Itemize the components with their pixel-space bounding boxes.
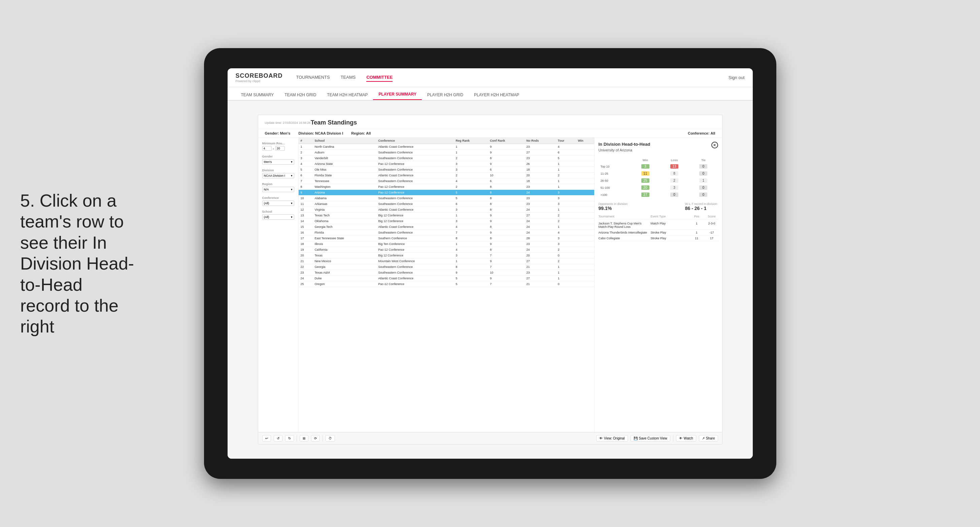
min-rounds-max-input[interactable]: [275, 146, 285, 151]
logo-text: SCOREBOARD: [235, 72, 283, 79]
table-row[interactable]: 16 Florida Southeastern Conference 7 9 2…: [299, 230, 594, 236]
cell-conference: Atlantic Coast Conference: [376, 207, 453, 213]
table-row[interactable]: 5 Ole Miss Southeastern Conference 3 6 1…: [299, 167, 594, 173]
h2h-win: 11: [631, 170, 660, 177]
filter-region: Region: All: [351, 131, 371, 135]
table-row[interactable]: 13 Texas Tech Big 12 Conference 1 9 27 2: [299, 213, 594, 218]
h2h-col-range: [598, 157, 631, 163]
table-row[interactable]: 10 Alabama Southeastern Conference 5 8 2…: [299, 195, 594, 201]
table-row[interactable]: 23 Texas A&M Southeastern Conference 9 1…: [299, 270, 594, 276]
watch-button[interactable]: 👁 Watch: [676, 435, 696, 441]
forward-button[interactable]: ↻: [285, 435, 294, 441]
table-row[interactable]: 9 Arizona Pac-12 Conference 5 8 24 3: [299, 190, 594, 195]
cell-reg-rank: 2: [453, 173, 488, 178]
table-row[interactable]: 25 Oregon Pac-12 Conference 5 7 21 0: [299, 281, 594, 287]
table-row[interactable]: 6 Florida State Atlantic Coast Conferenc…: [299, 173, 594, 178]
cell-no-rnds: 23: [525, 241, 556, 247]
school-filter-control[interactable]: (All) ▾: [262, 214, 294, 220]
stats-row: Opponents in division: 99.1% W-L-T recor…: [598, 202, 718, 211]
gender-filter-control[interactable]: Men's ▾: [262, 159, 294, 165]
subnav-team-summary[interactable]: TEAM SUMMARY: [235, 90, 279, 100]
rotate-button[interactable]: ⟳: [311, 435, 320, 441]
cell-no-rnds: 23: [525, 201, 556, 207]
cell-rank: 3: [299, 156, 313, 161]
cell-win: [576, 259, 594, 264]
save-custom-button[interactable]: 💾 Save Custom View: [630, 435, 670, 441]
cell-tour: 1: [556, 167, 576, 173]
table-row[interactable]: 20 Texas Big 12 Conference 3 7 20 0: [299, 253, 594, 259]
record-stat: W-L-T record in-division: 86 - 26 - 1: [685, 202, 718, 211]
cell-reg-rank: 5: [453, 281, 488, 287]
cell-rank: 7: [299, 178, 313, 184]
clock-button[interactable]: ⏱: [326, 435, 335, 441]
table-row[interactable]: 21 New Mexico Mountain West Conference 1…: [299, 259, 594, 264]
h2h-col-tie: Tie: [689, 157, 718, 163]
table-row[interactable]: 4 Arizona State Pac-12 Conference 3 9 26…: [299, 161, 594, 167]
table-row[interactable]: 24 Duke Atlantic Coast Conference 5 9 27…: [299, 276, 594, 281]
cell-no-rnds: 24: [525, 230, 556, 236]
cell-school: Virginia: [312, 207, 376, 213]
cell-school: Tennessee: [312, 178, 376, 184]
table-row[interactable]: 8 Washington Pac-12 Conference 2 8 23 1: [299, 184, 594, 190]
table-row[interactable]: 12 Virginia Atlantic Coast Conference 3 …: [299, 207, 594, 213]
share-button[interactable]: ↗ Share: [699, 435, 718, 441]
table-row[interactable]: 22 Georgia Southeastern Conference 8 7 2…: [299, 264, 594, 270]
table-row[interactable]: 14 Oklahoma Big 12 Conference 3 9 24 2: [299, 218, 594, 224]
tournament-type: Stroke Play: [651, 231, 688, 234]
subnav-player-h2h-heatmap[interactable]: PLAYER H2H HEATMAP: [469, 90, 525, 100]
subnav-team-h2h-grid[interactable]: TEAM H2H GRID: [279, 90, 321, 100]
cell-reg-rank: 4: [453, 178, 488, 184]
cell-no-rnds: 18: [525, 167, 556, 173]
table-row[interactable]: 11 Arkansas Southeastern Conference 6 8 …: [299, 201, 594, 207]
cell-rank: 13: [299, 213, 313, 218]
cell-conference: Pac-12 Conference: [376, 281, 453, 287]
conference-filter-control[interactable]: (All) ▾: [262, 200, 294, 206]
division-filter-control[interactable]: NCAA Division I ▾: [262, 173, 294, 178]
subnav-team-h2h-heatmap[interactable]: TEAM H2H HEATMAP: [321, 90, 373, 100]
table-row[interactable]: 18 Illinois Big Ten Conference 1 9 23 3: [299, 241, 594, 247]
cell-conf-rank: 10: [488, 270, 524, 276]
cell-rank: 14: [299, 218, 313, 224]
cell-conf-rank: 7: [488, 253, 524, 259]
cell-win: [576, 276, 594, 281]
cell-school: Auburn: [312, 150, 376, 156]
table-row[interactable]: 7 Tennessee Southeastern Conference 4 6 …: [299, 178, 594, 184]
table-row[interactable]: 19 California Pac-12 Conference 4 8 24 2: [299, 247, 594, 253]
subnav-player-summary[interactable]: PLAYER SUMMARY: [373, 89, 422, 100]
cell-win: [576, 173, 594, 178]
redo-button[interactable]: ↺: [274, 435, 282, 441]
nav-committee[interactable]: COMMITTEE: [366, 73, 393, 82]
table-row[interactable]: 15 Georgia Tech Atlantic Coast Conferenc…: [299, 224, 594, 230]
cell-conf-rank: 7: [488, 281, 524, 287]
cell-conf-rank: 9: [488, 144, 524, 150]
cell-no-rnds: 27: [525, 213, 556, 218]
tournament-row[interactable]: Jackson T. Stephens Cup Men's Match-Play…: [598, 221, 718, 230]
cell-tour: 1: [556, 270, 576, 276]
close-button[interactable]: ✕: [711, 142, 718, 148]
table-row[interactable]: 1 North Carolina Atlantic Coast Conferen…: [299, 144, 594, 150]
undo-button[interactable]: ↩: [262, 435, 271, 441]
nav-teams[interactable]: TEAMS: [341, 73, 356, 82]
min-rounds-min-input[interactable]: [262, 146, 272, 151]
subnav-player-h2h-grid[interactable]: PLAYER H2H GRID: [422, 90, 469, 100]
cell-reg-rank: 3: [453, 207, 488, 213]
cell-conf-rank: 8: [488, 247, 524, 253]
panel-subtitle: University of Arizona: [598, 148, 651, 152]
table-row[interactable]: 2 Auburn Southeastern Conference 1 9 27 …: [299, 150, 594, 156]
region-filter-control[interactable]: N/A ▾: [262, 187, 294, 192]
crop-button[interactable]: ⊞: [300, 435, 309, 441]
filter-division: Division: NCAA Division I: [298, 131, 343, 135]
tournament-row[interactable]: Cabo Collegiate Stroke Play 11 17: [598, 236, 718, 241]
cell-reg-rank: 3: [453, 161, 488, 167]
col-rank: #: [299, 138, 313, 144]
view-original-button[interactable]: 👁 View: Original: [596, 435, 628, 441]
nav-tournaments[interactable]: TOURNAMENTS: [296, 73, 330, 82]
h2h-tie: 0: [689, 170, 718, 177]
cell-school: North Carolina: [312, 144, 376, 150]
h2h-row: 11-25 11 8 0: [598, 170, 718, 177]
table-row[interactable]: 3 Vanderbilt Southeastern Conference 2 8…: [299, 156, 594, 161]
sign-out[interactable]: Sign out: [729, 75, 745, 80]
tournament-row[interactable]: Arizona Thunderbirds Intercollegiate Str…: [598, 230, 718, 236]
cell-tour: 1: [556, 161, 576, 167]
table-row[interactable]: 17 East Tennessee State Southern Confere…: [299, 236, 594, 241]
